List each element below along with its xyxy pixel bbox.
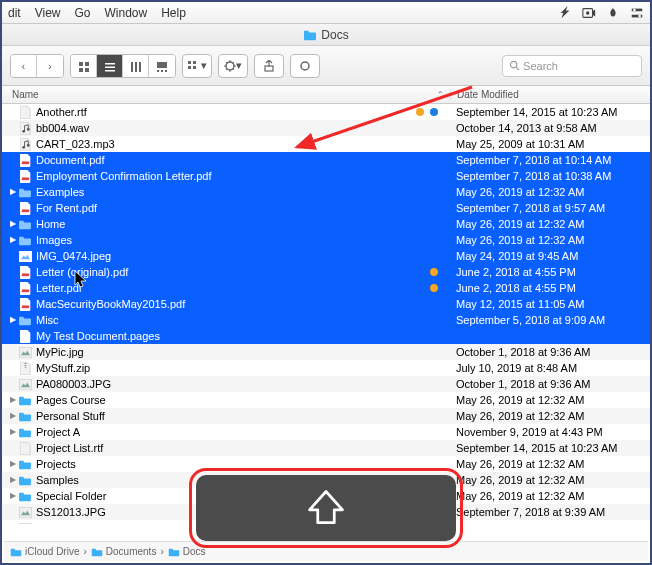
name-cell: IMG_0474.jpeg <box>2 248 450 264</box>
breadcrumb-item[interactable]: Documents <box>91 546 157 557</box>
folder-icon <box>18 186 32 198</box>
menu-dit[interactable]: dit <box>8 6 21 20</box>
file-row[interactable]: bb004.wavOctober 14, 2013 at 9:58 AM <box>2 120 650 136</box>
svg-rect-10 <box>105 63 115 65</box>
disclosure-triangle[interactable]: ▶ <box>8 472 18 488</box>
search-field[interactable]: Search <box>502 55 642 77</box>
file-row[interactable]: ▶Personal StuffMay 26, 2019 at 12:32 AM <box>2 408 650 424</box>
svg-rect-14 <box>135 62 137 72</box>
file-row[interactable]: IMG_0474.jpegMay 24, 2019 at 9:45 AM <box>2 248 650 264</box>
image-icon <box>18 378 32 390</box>
file-row[interactable]: ▶MiscSeptember 5, 2018 at 9:09 AM <box>2 312 650 328</box>
svg-point-5 <box>638 14 641 17</box>
doc-icon <box>18 442 32 454</box>
file-row[interactable]: Project List.rtfSeptember 14, 2015 at 10… <box>2 440 650 456</box>
date-cell: May 24, 2019 at 9:45 AM <box>450 248 650 264</box>
file-name: PA080003.JPG <box>36 376 111 392</box>
disclosure-triangle[interactable]: ▶ <box>8 216 18 232</box>
file-row[interactable]: Employment Confirmation Letter.pdfSeptem… <box>2 168 650 184</box>
nav-forward-button[interactable]: › <box>37 55 63 78</box>
action-button[interactable]: ▾ <box>218 54 248 78</box>
disclosure-triangle[interactable]: ▶ <box>8 408 18 424</box>
gallery-view-button[interactable] <box>149 55 175 78</box>
file-row[interactable]: ▶Pages CourseMay 26, 2019 at 12:32 AM <box>2 392 650 408</box>
file-name: Another.rtf <box>36 104 87 120</box>
file-row[interactable]: My Test Document.pages <box>2 328 650 344</box>
screen-record-icon[interactable] <box>582 6 596 20</box>
icon-view-button[interactable] <box>71 55 97 78</box>
disclosure-triangle[interactable]: ▶ <box>8 232 18 248</box>
folder-icon <box>10 547 22 557</box>
file-name: SS12049.JPG <box>36 520 106 524</box>
disclosure-triangle[interactable]: ▶ <box>8 456 18 472</box>
tags-button[interactable] <box>290 54 320 78</box>
disclosure-triangle[interactable]: ▶ <box>8 488 18 504</box>
menu-go[interactable]: Go <box>74 6 90 20</box>
image-icon <box>18 250 32 262</box>
breadcrumb-item[interactable]: iCloud Drive <box>10 546 79 557</box>
file-row[interactable]: PA080003.JPGOctober 1, 2018 at 9:36 AM <box>2 376 650 392</box>
svg-rect-34 <box>21 209 28 212</box>
file-row[interactable]: ▶Project ANovember 9, 2019 at 4:43 PM <box>2 424 650 440</box>
file-row[interactable]: Another.rtfSeptember 14, 2015 at 10:23 A… <box>2 104 650 120</box>
flame-icon[interactable] <box>606 6 620 20</box>
settings-icon[interactable] <box>630 6 644 20</box>
date-cell: September 7, 2018 at 9:39 AM <box>450 504 650 520</box>
file-row[interactable]: Letter (original).pdfJune 2, 2018 at 4:5… <box>2 264 650 280</box>
file-name: MacSecurityBookMay2015.pdf <box>36 296 185 312</box>
disclosure-triangle[interactable]: ▶ <box>8 312 18 328</box>
folder-icon <box>303 29 317 41</box>
menu-window[interactable]: Window <box>105 6 148 20</box>
disclosure-triangle[interactable]: ▶ <box>8 392 18 408</box>
nav-back-button[interactable]: ‹ <box>11 55 37 78</box>
folder-icon <box>18 490 32 502</box>
system-menubar: ditViewGoWindowHelp <box>2 2 650 24</box>
date-cell: June 2, 2018 at 4:55 PM <box>450 280 650 296</box>
file-name: Home <box>36 216 65 232</box>
list-view-button[interactable] <box>97 55 123 78</box>
svg-rect-7 <box>85 62 89 66</box>
date-cell: October 1, 2018 at 9:36 AM <box>450 376 650 392</box>
file-row[interactable]: ▶HomeMay 26, 2019 at 12:32 AM <box>2 216 650 232</box>
menu-help[interactable]: Help <box>161 6 186 20</box>
file-row[interactable]: For Rent.pdfSeptember 7, 2018 at 9:57 AM <box>2 200 650 216</box>
disclosure-triangle[interactable]: ▶ <box>8 424 18 440</box>
file-row[interactable]: MyPic.jpgOctober 1, 2018 at 9:36 AM <box>2 344 650 360</box>
file-row[interactable]: Letter.pdfJune 2, 2018 at 4:55 PM <box>2 280 650 296</box>
file-name: Examples <box>36 184 84 200</box>
svg-point-27 <box>510 61 516 67</box>
svg-rect-12 <box>105 70 115 72</box>
svg-rect-40 <box>24 363 26 364</box>
file-row[interactable]: Document.pdfSeptember 7, 2018 at 10:14 A… <box>2 152 650 168</box>
arrange-button[interactable]: ▾ <box>182 54 212 78</box>
svg-rect-17 <box>157 70 159 72</box>
svg-rect-8 <box>79 68 83 72</box>
disclosure-triangle[interactable]: ▶ <box>8 184 18 200</box>
breadcrumb-item[interactable]: Docs <box>168 546 206 557</box>
quick-action-icon[interactable] <box>558 6 572 20</box>
file-row[interactable]: MacSecurityBookMay2015.pdfMay 12, 2015 a… <box>2 296 650 312</box>
name-cell: PA080003.JPG <box>2 376 450 392</box>
file-name: My Test Document.pages <box>36 328 160 344</box>
file-name: CART_023.mp3 <box>36 136 115 152</box>
column-name[interactable]: Name⌃ <box>2 89 450 100</box>
file-list[interactable]: Another.rtfSeptember 14, 2015 at 10:23 A… <box>2 104 650 524</box>
date-cell: September 7, 2018 at 10:38 AM <box>450 168 650 184</box>
folder-icon <box>18 394 32 406</box>
file-row[interactable]: ▶ExamplesMay 26, 2019 at 12:32 AM <box>2 184 650 200</box>
path-bar[interactable]: iCloud Drive›Documents›Docs <box>4 541 648 561</box>
file-name: Pages Course <box>36 392 106 408</box>
column-view-button[interactable] <box>123 55 149 78</box>
name-cell: My Test Document.pages <box>2 328 450 344</box>
file-row[interactable]: ▶ProjectsMay 26, 2019 at 12:32 AM <box>2 456 650 472</box>
svg-rect-22 <box>188 66 191 69</box>
menu-view[interactable]: View <box>35 6 61 20</box>
file-row[interactable]: CART_023.mp3May 25, 2009 at 10:31 AM <box>2 136 650 152</box>
share-button[interactable] <box>254 54 284 78</box>
name-cell: Another.rtf <box>2 104 450 120</box>
file-name: Project List.rtf <box>36 440 103 456</box>
file-row[interactable]: MyStuff.zipJuly 10, 2019 at 8:48 AM <box>2 360 650 376</box>
file-row[interactable]: ▶ImagesMay 26, 2019 at 12:32 AM <box>2 232 650 248</box>
svg-rect-38 <box>21 305 28 308</box>
column-date[interactable]: Date Modified <box>450 89 650 100</box>
